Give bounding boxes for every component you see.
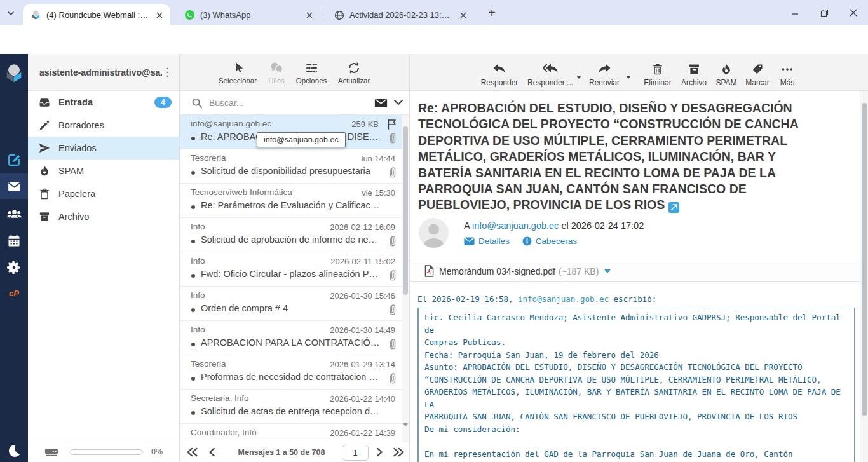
folder-enviados[interactable]: Enviados — [28, 137, 179, 160]
compose-icon[interactable] — [0, 147, 28, 172]
inbox-icon — [38, 96, 51, 109]
folder-borradores[interactable]: Borradores — [28, 114, 179, 137]
tab-close-icon[interactable] — [154, 10, 165, 21]
search-options-chevron-icon[interactable] — [394, 100, 403, 105]
storage-icon — [44, 447, 58, 458]
open-in-new-window-icon[interactable] — [668, 202, 679, 213]
attachment-name[interactable]: Memorándum 034-signed.pdf — [439, 266, 555, 276]
calendar-icon[interactable] — [0, 228, 28, 254]
flag-icon[interactable] — [386, 118, 398, 130]
roundcube-logo — [0, 59, 28, 87]
restore-button[interactable] — [810, 0, 839, 25]
message-row[interactable]: Tesoreria lun 14:44 Solicitud de disponi… — [180, 149, 402, 184]
new-tab-button[interactable]: + — [484, 6, 499, 21]
message-row[interactable]: Tecnoserviweb Informática vie 15:30 Re: … — [180, 184, 402, 218]
paper-plane-icon — [38, 142, 51, 154]
window-controls — [780, 0, 868, 25]
folder-archivo[interactable]: Archivo — [28, 205, 179, 228]
list-scrollbar[interactable] — [402, 115, 409, 442]
folder-entrada[interactable]: Entrada 4 — [28, 91, 179, 114]
forward-dropdown-icon[interactable] — [626, 76, 631, 79]
next-page-icon[interactable] — [376, 447, 384, 458]
account-menu-icon[interactable]: ⋮ — [162, 67, 173, 78]
settings-gear-icon[interactable] — [0, 255, 28, 280]
message-row[interactable]: Info 2026-01-30 15:46 Orden de compra # … — [180, 287, 402, 321]
message-sender: Secretaria, Info — [191, 393, 249, 403]
reply-button[interactable]: Responder — [475, 61, 524, 87]
mail-scroll-thumb[interactable] — [862, 103, 867, 416]
reply-all-button[interactable]: Responder ... — [523, 61, 578, 87]
tab-roundcube[interactable]: (4) Roundcube Webmail :: Envia — [23, 4, 170, 25]
headers-link[interactable]: Cabeceras — [536, 236, 577, 246]
folder-label: Borradores — [58, 120, 104, 130]
first-page-icon[interactable] — [185, 447, 199, 458]
contacts-icon[interactable] — [0, 201, 28, 227]
tab-search-icon[interactable] — [6, 9, 15, 18]
more-button[interactable]: Más — [772, 61, 803, 87]
close-button[interactable] — [839, 0, 868, 25]
headers-info-icon — [522, 236, 532, 246]
attachment-row[interactable]: Memorándum 034-signed.pdf (~187 KB) — [410, 261, 860, 282]
message-status-dot[interactable] — [191, 274, 195, 278]
message-status-dot[interactable] — [191, 240, 195, 243]
details-envelope-icon — [464, 237, 475, 245]
list-scroll-thumb[interactable] — [403, 126, 408, 295]
archive-icon — [38, 210, 51, 223]
tab-whatsapp[interactable]: (3) WhatsApp — [177, 4, 320, 25]
message-sender: Info — [191, 290, 205, 300]
folder-papelera[interactable]: Papelera — [28, 182, 179, 205]
message-row[interactable]: Coordinador, Info 2026-01-22 14:39 — [180, 424, 402, 442]
message-status-dot[interactable] — [191, 205, 195, 209]
mail-toolbar: Responder Responder ... Reenviar — [410, 54, 868, 91]
message-status-dot[interactable] — [191, 411, 195, 415]
last-page-icon[interactable] — [392, 447, 406, 458]
message-row[interactable]: Info 2026-02-11 15:02 Fwd: Oficio Circul… — [180, 252, 402, 287]
minimize-button[interactable] — [780, 0, 810, 25]
unread-badge: 4 — [154, 97, 172, 108]
dark-mode-moon-icon[interactable] — [0, 438, 28, 462]
message-sender: Tesoreria — [191, 359, 226, 369]
message-status-dot[interactable] — [191, 343, 195, 346]
message-status-dot[interactable] — [191, 137, 195, 140]
folder-spam[interactable]: SPAM — [28, 160, 179, 182]
tab-actividad[interactable]: Actividad 2026-02-23 13:00:00 — [327, 4, 474, 25]
paperclip-icon — [386, 372, 398, 385]
message-row[interactable]: Tesoreria 2026-01-29 13:14 Proformas de … — [180, 355, 402, 390]
mail-icon[interactable] — [0, 173, 28, 199]
search-scope-mail-icon[interactable] — [374, 98, 388, 108]
paperclip-icon — [386, 166, 398, 179]
search-input[interactable] — [209, 98, 374, 108]
scroll-down-icon[interactable] — [403, 423, 408, 437]
refresh-button[interactable]: Actualizar — [327, 60, 381, 85]
message-date: 2026-01-22 14:40 — [330, 394, 395, 404]
message-sender: Tecnoserviweb Informática — [191, 187, 292, 197]
message-row[interactable]: Info 2026-01-30 14:49 APROBACION PARA LA… — [180, 321, 402, 355]
fire-icon — [38, 165, 51, 177]
prev-page-icon[interactable] — [208, 447, 216, 458]
quoted-sender-link[interactable]: info@sanjuan.gob.ec — [518, 294, 609, 304]
message-status-dot[interactable] — [191, 308, 195, 312]
page-number-input[interactable]: 1 — [342, 445, 369, 461]
cpanel-icon[interactable]: cP — [0, 280, 28, 306]
message-subject: Orden de compra # 4 — [201, 303, 381, 313]
tab-close-icon[interactable] — [304, 10, 315, 21]
search-icon — [191, 97, 203, 109]
tab-title: (4) Roundcube Webmail :: Envia — [46, 10, 150, 20]
tab-close-icon[interactable] — [458, 10, 469, 21]
mail-scrollbar[interactable] — [860, 91, 868, 462]
mark-button[interactable]: Marcar — [739, 61, 776, 87]
webmail-app: cP ? asistente-administrativo@sa... ⋮ En… — [0, 54, 868, 462]
message-row[interactable]: Secretaria, Info 2026-01-22 14:40 Solici… — [180, 390, 402, 424]
recipient-address-link[interactable]: info@sanjuan.gob.ec — [472, 221, 559, 231]
delete-button[interactable]: Eliminar — [636, 61, 679, 87]
spam-button[interactable]: SPAM — [710, 61, 743, 87]
forward-button[interactable]: Reenviar — [580, 61, 628, 87]
message-status-dot[interactable] — [191, 377, 195, 381]
details-link[interactable]: Detalles — [478, 236, 510, 246]
message-row[interactable]: Info 2026-02-12 16:09 Solicitud de aprob… — [180, 218, 402, 252]
attachment-menu-icon[interactable] — [604, 269, 611, 273]
archive-button[interactable]: Archivo — [674, 61, 714, 87]
quota-bar: 0% — [28, 442, 179, 462]
message-status-dot[interactable] — [191, 171, 195, 175]
message-sender: Coordinador, Info — [191, 428, 257, 437]
